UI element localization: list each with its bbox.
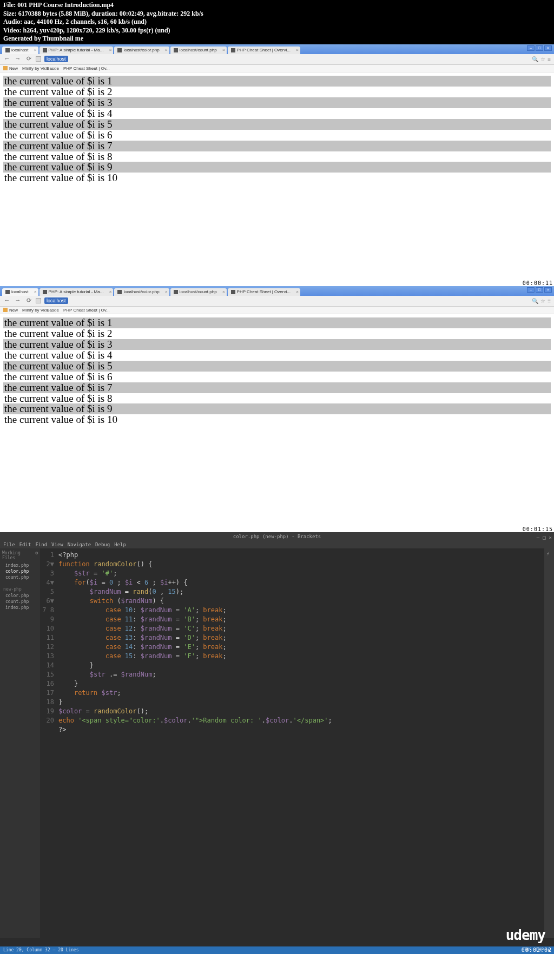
editor-titlebar: color.php (new-php) - Brackets – □ × — [0, 532, 554, 541]
bookmark-bar: New Minify by VidBasde PHP Cheat Sheet |… — [0, 65, 554, 72]
minimize-button[interactable]: – — [527, 45, 535, 51]
menu-icon[interactable]: ≡ — [548, 56, 551, 62]
maximize-button[interactable]: □ — [536, 45, 543, 51]
browser-tab[interactable]: PHP Cheat Sheet | Overvi...× — [228, 288, 300, 296]
file-info-line: File: 001 PHP Course Introduction.mp4 — [3, 1, 551, 10]
file-info-line: Video: h264, yuv420p, 1280x720, 229 kb/s… — [3, 27, 551, 35]
browser-window-1: localhost× PHP: A simple tutorial - Ma..… — [0, 44, 554, 286]
gear-icon[interactable]: ⚙ — [35, 551, 38, 560]
browser-tab[interactable]: localhost/color.php× — [114, 288, 169, 296]
forward-button[interactable]: → — [14, 297, 22, 304]
page-icon — [36, 298, 41, 303]
favicon-icon — [5, 290, 10, 294]
tab-strip: localhost× PHP: A simple tutorial - Ma..… — [0, 286, 554, 296]
output-line: the current value of $i is 6 — [3, 130, 551, 141]
close-icon[interactable]: × — [109, 48, 112, 52]
browser-tab[interactable]: localhost× — [2, 288, 38, 296]
close-button[interactable]: × — [549, 533, 552, 542]
file-info-line: Generated by Thumbnail me — [3, 35, 551, 43]
menu-item[interactable]: File — [3, 542, 15, 547]
browser-tab[interactable]: PHP: A simple tutorial - Ma...× — [39, 288, 114, 296]
bookmark-item[interactable]: PHP Cheat Sheet | Ov... — [63, 66, 110, 71]
reload-button[interactable]: ⟳ — [25, 297, 32, 304]
search-icon[interactable]: 🔍 — [532, 298, 538, 304]
folder-icon — [3, 66, 8, 70]
output-line: the current value of $i is 3 — [3, 339, 551, 350]
output-line: the current value of $i is 7 — [3, 141, 551, 151]
sidebar-file[interactable]: color.php — [2, 593, 38, 599]
output-line: the current value of $i is 10 — [3, 414, 551, 425]
menu-item[interactable]: Find — [35, 542, 47, 547]
browser-tab[interactable]: PHP Cheat Sheet | Overvi...× — [228, 47, 300, 54]
close-button[interactable]: × — [544, 287, 552, 293]
maximize-button[interactable]: □ — [536, 287, 543, 293]
favicon-icon — [174, 290, 178, 294]
nav-bar: ← → ⟳ localhost 🔍 ☆ ≡ — [0, 54, 554, 65]
browser-tab[interactable]: PHP: A simple tutorial - Ma...× — [39, 47, 114, 54]
close-icon[interactable]: × — [34, 48, 37, 52]
url-bar[interactable]: localhost — [44, 297, 68, 304]
sidebar-header: Working Files ⚙ — [2, 551, 38, 560]
page-content: the current value of $i is 1 the current… — [0, 314, 554, 428]
close-icon[interactable]: × — [165, 48, 168, 52]
close-icon[interactable]: × — [222, 48, 225, 52]
menu-item[interactable]: Debug — [95, 542, 110, 547]
menu-item[interactable]: Edit — [19, 542, 31, 547]
sidebar-file[interactable]: index.php — [2, 605, 38, 611]
live-preview-icon[interactable]: ⚡ — [544, 548, 554, 559]
bookmark-item[interactable]: New — [3, 66, 18, 71]
menu-item[interactable]: View — [51, 542, 63, 547]
search-icon[interactable]: 🔍 — [532, 56, 538, 62]
code-area[interactable]: 1 2▼ 3 4▼ 5 6▼ 7 8 9 10 11 12 13 14 15 1… — [40, 548, 544, 938]
output-line: the current value of $i is 4 — [3, 350, 551, 361]
output-line: the current value of $i is 9 — [3, 403, 551, 414]
close-icon[interactable]: × — [109, 289, 112, 294]
menu-item[interactable]: Help — [114, 542, 126, 547]
close-icon[interactable]: × — [165, 289, 168, 294]
output-line: the current value of $i is 1 — [3, 76, 551, 87]
browser-tab[interactable]: localhost/color.php× — [114, 47, 169, 54]
bookmark-item[interactable]: Minify by VidBasde — [22, 66, 59, 71]
browser-tab[interactable]: localhost/count.php× — [170, 288, 227, 296]
tab-label: PHP: A simple tutorial - Ma... — [49, 289, 104, 294]
menu-icon[interactable]: ≡ — [548, 298, 551, 304]
close-icon[interactable]: × — [222, 289, 225, 294]
output-line: the current value of $i is 8 — [3, 393, 551, 404]
forward-button[interactable]: → — [14, 55, 22, 63]
bookmark-item[interactable]: New — [3, 308, 18, 313]
bookmark-item[interactable]: PHP Cheat Sheet | Ov... — [63, 308, 110, 313]
sidebar-file[interactable]: count.php — [2, 574, 38, 580]
favicon-icon — [231, 48, 235, 52]
back-button[interactable]: ← — [3, 297, 11, 304]
editor-menubar: File Edit Find View Navigate Debug Help — [0, 541, 554, 548]
menu-item[interactable]: Navigate — [68, 542, 91, 547]
status-left: Line 20, Column 32 — 20 Lines — [3, 948, 79, 952]
project-name[interactable]: new-php — [2, 586, 38, 593]
close-icon[interactable]: × — [34, 289, 37, 294]
browser-window-2: localhost× PHP: A simple tutorial - Ma..… — [0, 286, 554, 532]
favicon-icon — [174, 48, 178, 52]
bookmark-item[interactable]: Minify by VidBasde — [22, 308, 59, 313]
sidebar-file[interactable]: color.php — [2, 568, 38, 574]
close-icon[interactable]: × — [296, 289, 299, 294]
url-bar[interactable]: localhost — [44, 56, 68, 62]
tab-label: localhost/count.php — [180, 48, 217, 52]
window-controls: – □ × — [527, 45, 552, 51]
sidebar-file[interactable]: index.php — [2, 562, 38, 568]
output-line: the current value of $i is 9 — [3, 162, 551, 173]
back-button[interactable]: ← — [3, 55, 11, 63]
maximize-button[interactable]: □ — [543, 533, 545, 542]
browser-tab[interactable]: localhost/count.php× — [170, 47, 227, 54]
star-icon[interactable]: ☆ — [540, 56, 545, 62]
output-line: the current value of $i is 5 — [3, 361, 551, 372]
code-text[interactable]: <?php function randomColor() { $str = '#… — [58, 548, 544, 938]
close-icon[interactable]: × — [296, 48, 299, 52]
close-button[interactable]: × — [544, 45, 552, 51]
browser-tab[interactable]: localhost× — [2, 47, 38, 54]
reload-button[interactable]: ⟳ — [25, 55, 32, 63]
minimize-button[interactable]: – — [537, 533, 539, 542]
star-icon[interactable]: ☆ — [540, 298, 545, 304]
minimize-button[interactable]: – — [527, 287, 535, 293]
sidebar-file[interactable]: count.php — [2, 599, 38, 605]
code-editor: color.php (new-php) - Brackets – □ × Fil… — [0, 532, 554, 954]
